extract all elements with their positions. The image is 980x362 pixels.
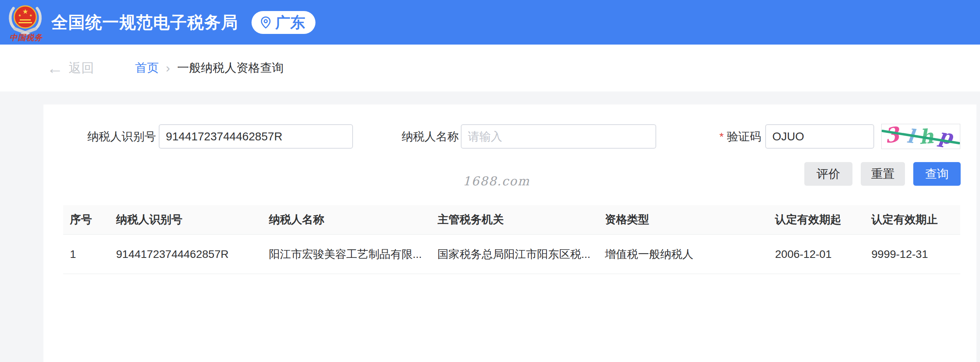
cell-taxpayer-id: 91441723744462857R: [109, 248, 262, 261]
breadcrumb: ← 返回 首页 › 一般纳税人资格查询: [0, 45, 980, 91]
svg-text:★: ★: [22, 8, 28, 15]
captcha-label-text: 验证码: [727, 130, 761, 143]
col-header-tax-authority: 主管税务机关: [431, 212, 598, 227]
evaluate-button[interactable]: 评价: [804, 162, 852, 186]
app-header: ★ ★ ★ 中国税务 全国统一规范电子税务局 广东: [0, 0, 980, 45]
region-label: 广东: [275, 15, 305, 30]
cell-qualification-type: 增值税一般纳税人: [598, 247, 768, 262]
col-header-index: 序号: [63, 212, 109, 227]
captcha-char-1: 3: [883, 124, 902, 148]
cell-valid-to: 9999-12-31: [865, 248, 960, 261]
logo-caption: 中国税务: [6, 32, 46, 43]
taxpayer-name-label: 纳税人名称: [391, 124, 459, 149]
back-button[interactable]: 返回: [69, 60, 94, 77]
col-header-valid-to: 认定有效期止: [865, 212, 960, 227]
taxpayer-id-input[interactable]: [159, 124, 353, 149]
location-pin-icon: [259, 16, 272, 29]
tax-bureau-logo: ★ ★ ★ 中国税务: [6, 1, 45, 44]
cell-valid-from: 2006-12-01: [768, 248, 865, 261]
col-header-qualification-type: 资格类型: [598, 212, 768, 227]
captcha-glyphs: 3 l h p: [882, 124, 960, 149]
col-header-valid-from: 认定有效期起: [768, 212, 865, 227]
watermark: 1688.com: [463, 174, 530, 188]
col-header-taxpayer-id: 纳税人识别号: [109, 212, 262, 227]
captcha-input[interactable]: [765, 124, 874, 149]
national-tax-emblem-icon: ★ ★ ★: [8, 4, 43, 37]
result-table: 序号 纳税人识别号 纳税人名称 主管税务机关 资格类型 认定有效期起 认定有效期…: [63, 205, 960, 274]
query-button[interactable]: 查询: [913, 162, 961, 186]
captcha-label: *验证码: [686, 124, 761, 149]
col-header-taxpayer-name: 纳税人名称: [262, 212, 431, 227]
cell-index: 1: [63, 248, 109, 261]
query-panel: 纳税人识别号 纳税人名称 *验证码 3 l h p 1688.com 评价 重置…: [43, 104, 976, 362]
captcha-char-4: p: [936, 124, 955, 149]
page-root: { "colors": { "accent_blue": "#4181f2", …: [0, 0, 980, 362]
required-mark: *: [719, 131, 724, 143]
breadcrumb-home-link[interactable]: 首页: [135, 60, 159, 76]
breadcrumb-separator: ›: [166, 61, 170, 75]
cell-tax-authority: 国家税务总局阳江市阳东区税...: [431, 247, 598, 262]
cell-taxpayer-name: 阳江市宏骏美容工艺制品有限...: [262, 247, 431, 262]
app-title: 全国统一规范电子税务局: [51, 11, 238, 34]
table-header-row: 序号 纳税人识别号 纳税人名称 主管税务机关 资格类型 认定有效期起 认定有效期…: [63, 205, 960, 235]
region-selector[interactable]: 广东: [252, 11, 315, 34]
back-arrow-icon[interactable]: ←: [47, 60, 63, 77]
svg-text:★: ★: [18, 13, 21, 17]
table-row: 1 91441723744462857R 阳江市宏骏美容工艺制品有限... 国家…: [63, 235, 960, 274]
taxpayer-id-label: 纳税人识别号: [79, 124, 156, 149]
taxpayer-name-input[interactable]: [461, 124, 656, 149]
svg-text:★: ★: [29, 13, 32, 17]
page-title: 一般纳税人资格查询: [177, 60, 284, 76]
reset-button[interactable]: 重置: [861, 162, 905, 186]
captcha-image[interactable]: 3 l h p: [881, 124, 960, 149]
